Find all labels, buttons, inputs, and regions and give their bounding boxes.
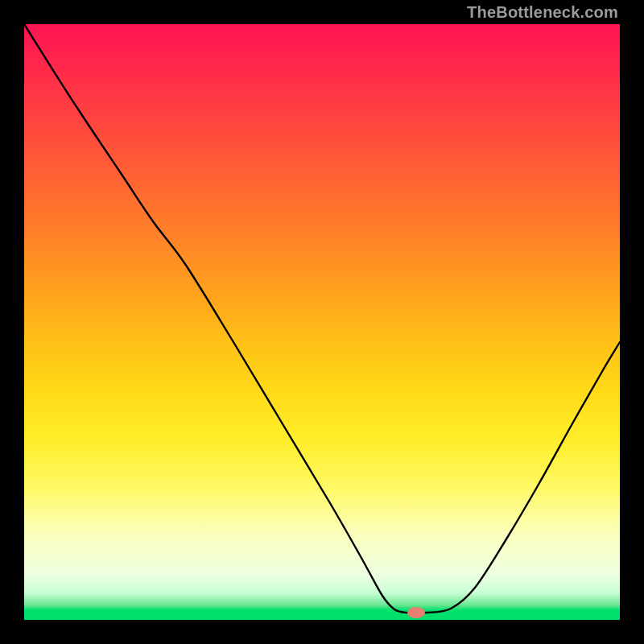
- bottleneck-curve: [24, 24, 620, 613]
- watermark-text: TheBottleneck.com: [467, 3, 618, 22]
- chart-frame: TheBottleneck.com: [0, 0, 644, 644]
- optimal-marker: [407, 607, 425, 618]
- chart-svg: [24, 24, 620, 620]
- plot-area: [24, 24, 620, 620]
